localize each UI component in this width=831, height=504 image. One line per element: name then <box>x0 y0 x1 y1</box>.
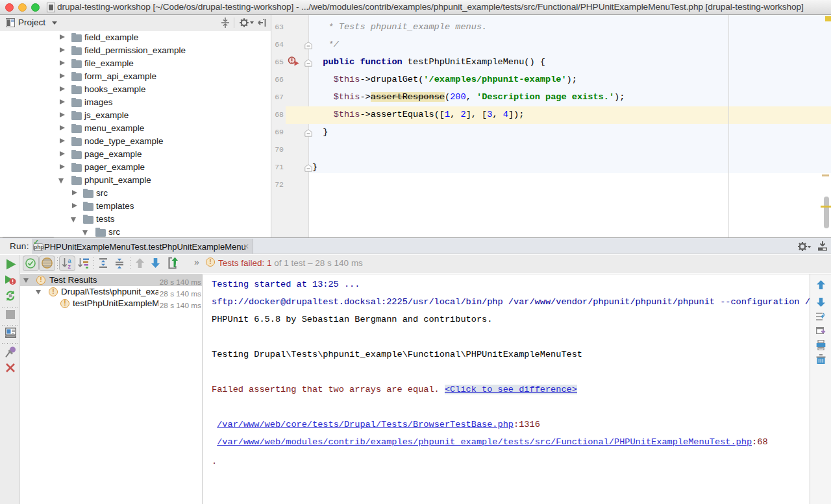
svg-text:z: z <box>68 263 71 269</box>
